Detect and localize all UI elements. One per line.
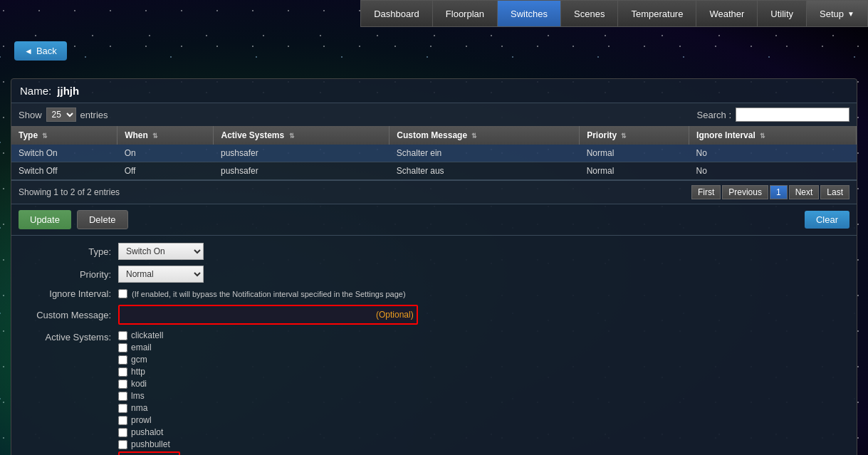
pagination-first[interactable]: First <box>691 185 721 199</box>
systems-list: clickatell email gcm http <box>118 330 180 455</box>
optional-label: (Optional) <box>376 310 414 320</box>
system-nma-checkbox[interactable] <box>118 404 127 413</box>
list-item: nma <box>118 403 180 413</box>
priority-select[interactable]: Normal High Low <box>118 266 204 283</box>
list-item: email <box>118 342 180 352</box>
system-prowl-checkbox[interactable] <box>118 416 127 425</box>
system-kodi-label: kodi <box>131 379 147 389</box>
list-item: gcm <box>118 355 180 365</box>
system-http-label: http <box>131 367 145 377</box>
search-box: Search : <box>697 108 849 122</box>
nav-utility[interactable]: Utility <box>757 0 806 27</box>
system-lms-checkbox[interactable] <box>118 392 127 401</box>
system-gcm-label: gcm <box>131 355 147 365</box>
table-controls: Show 25 10 50 entries Search : <box>11 103 857 126</box>
nav-floorplan[interactable]: Floorplan <box>432 0 497 27</box>
nav-weather[interactable]: Weather <box>696 0 757 27</box>
table-row[interactable]: Switch On On pushsafer Schalter ein Norm… <box>11 145 857 162</box>
pagination-page-1[interactable]: 1 <box>770 185 788 199</box>
system-pushbullet-checkbox[interactable] <box>118 440 127 449</box>
col-active-systems[interactable]: Active Systems ⇅ <box>214 126 389 145</box>
nav-scenes[interactable]: Scenes <box>560 0 617 27</box>
form-section: Type: Switch On Switch Off Priority: Nor… <box>11 235 857 455</box>
top-navigation: Dashboard Floorplan Switches Scenes Temp… <box>360 0 868 27</box>
delete-button[interactable]: Delete <box>77 210 128 229</box>
list-item: clickatell <box>118 330 180 340</box>
ignore-interval-label: Ignore Interval: <box>19 288 118 299</box>
system-email-label: email <box>131 342 152 352</box>
active-systems-label: Active Systems: <box>19 330 118 342</box>
list-item: kodi <box>118 379 180 389</box>
sort-icon: ⇅ <box>760 132 765 140</box>
col-type[interactable]: Type ⇅ <box>11 126 117 145</box>
table-row[interactable]: Switch Off Off pushsafer Schalter aus No… <box>11 162 857 180</box>
sort-icon: ⇅ <box>471 132 477 140</box>
sort-icon: ⇅ <box>289 132 295 140</box>
type-row: Type: Switch On Switch Off <box>19 243 849 260</box>
system-email-checkbox[interactable] <box>118 343 127 352</box>
sort-icon: ⇅ <box>152 132 158 140</box>
record-name: Name: jjhjh <box>11 79 857 103</box>
ignore-interval-row: Ignore Interval: (If enabled, it will by… <box>19 288 849 299</box>
system-lms-label: lms <box>131 391 145 401</box>
list-item: http <box>118 367 180 377</box>
list-item: prowl <box>118 415 180 425</box>
entries-per-page-select[interactable]: 25 10 50 <box>46 108 76 122</box>
nav-setup[interactable]: Setup ▼ <box>806 0 868 27</box>
col-priority[interactable]: Priority ⇅ <box>580 126 689 145</box>
sort-icon: ⇅ <box>621 132 627 140</box>
list-item: pushbullet <box>118 439 180 449</box>
pagination-info: Showing 1 to 2 of 2 entries <box>19 187 120 197</box>
nav-dashboard[interactable]: Dashboard <box>360 0 432 27</box>
pagination-last[interactable]: Last <box>820 185 849 199</box>
system-http-checkbox[interactable] <box>118 367 127 377</box>
custom-message-wrapper: (Optional) <box>118 305 418 325</box>
col-ignore-interval[interactable]: Ignore Interval ⇅ <box>689 126 857 145</box>
sort-icon: ⇅ <box>42 132 48 140</box>
pagination-previous[interactable]: Previous <box>722 185 768 199</box>
priority-row: Priority: Normal High Low <box>19 266 849 283</box>
search-input[interactable] <box>736 108 849 122</box>
list-item: pushalot <box>118 427 180 437</box>
system-clickatell-checkbox[interactable] <box>118 331 127 340</box>
priority-label: Priority: <box>19 269 118 280</box>
custom-message-label: Custom Message: <box>19 310 118 320</box>
system-pushalot-checkbox[interactable] <box>118 428 127 437</box>
custom-message-input[interactable] <box>122 308 372 322</box>
back-button[interactable]: ◄ Back <box>14 41 67 61</box>
update-button[interactable]: Update <box>19 210 71 229</box>
system-clickatell-label: clickatell <box>131 330 163 340</box>
back-arrow-icon: ◄ <box>24 46 33 56</box>
show-entries-control: Show 25 10 50 entries <box>19 108 108 122</box>
system-nma-label: nma <box>131 403 147 413</box>
type-select[interactable]: Switch On Switch Off <box>118 243 204 260</box>
col-custom-message[interactable]: Custom Message ⇅ <box>389 126 580 145</box>
custom-message-row: Custom Message: (Optional) <box>19 305 849 325</box>
ignore-interval-text: (If enabled, it will bypass the Notifica… <box>132 290 406 298</box>
action-row: Update Delete Clear <box>11 204 857 235</box>
system-gcm-checkbox[interactable] <box>118 355 127 365</box>
pushsafer-highlighted-item: pushsafer <box>118 451 180 455</box>
type-label: Type: <box>19 246 118 257</box>
nav-temperature[interactable]: Temperature <box>617 0 696 27</box>
chevron-down-icon: ▼ <box>847 10 854 18</box>
main-panel: Name: jjhjh Show 25 10 50 entries Search… <box>11 78 857 455</box>
pagination: Showing 1 to 2 of 2 entries First Previo… <box>11 180 857 204</box>
system-kodi-checkbox[interactable] <box>118 380 127 389</box>
pagination-next[interactable]: Next <box>789 185 820 199</box>
nav-switches[interactable]: Switches <box>497 0 560 27</box>
ignore-interval-checkbox[interactable] <box>118 289 127 298</box>
pagination-buttons: First Previous 1 Next Last <box>691 185 849 199</box>
data-table: Type ⇅ When ⇅ Active Systems ⇅ Custom Me… <box>11 126 857 180</box>
system-pushbullet-label: pushbullet <box>131 439 170 449</box>
action-left-buttons: Update Delete <box>19 210 128 229</box>
col-when[interactable]: When ⇅ <box>117 126 214 145</box>
system-prowl-label: prowl <box>131 415 152 425</box>
system-pushalot-label: pushalot <box>131 427 163 437</box>
active-systems-row: Active Systems: clickatell email gcm <box>19 330 849 455</box>
list-item: lms <box>118 391 180 401</box>
clear-button[interactable]: Clear <box>805 211 849 229</box>
